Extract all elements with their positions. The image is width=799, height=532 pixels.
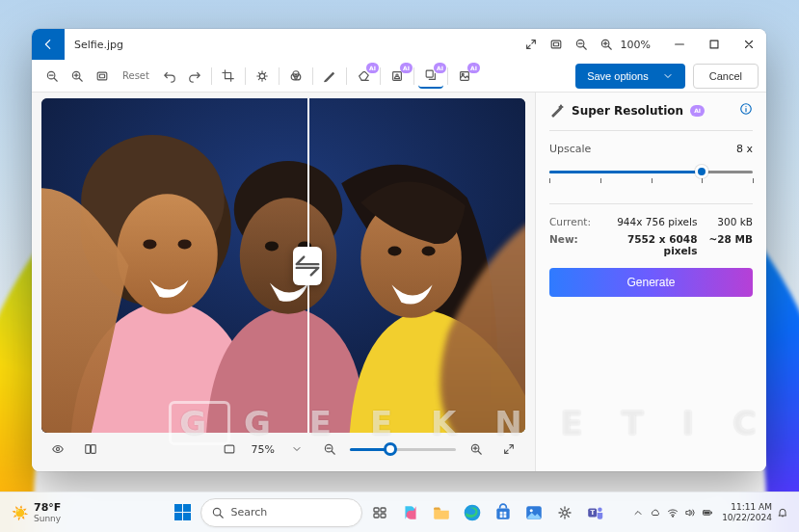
filter-tool[interactable]: [283, 64, 308, 89]
svg-rect-32: [86, 445, 91, 454]
svg-point-43: [464, 504, 480, 520]
cancel-button[interactable]: Cancel: [693, 64, 759, 89]
bottom-zoom-slider[interactable]: [350, 438, 456, 461]
upscale-label: Upscale: [549, 143, 591, 155]
expand-icon[interactable]: [519, 32, 544, 57]
undo-button[interactable]: [157, 64, 182, 89]
svg-rect-44: [496, 508, 509, 519]
teams-icon[interactable]: T: [582, 499, 609, 526]
compare-toggle-icon[interactable]: [78, 437, 103, 462]
weather-temp: 78°F: [34, 501, 61, 514]
svg-rect-1: [553, 42, 558, 46]
current-label: Current:: [549, 216, 591, 227]
taskbar: ☀️ 78°F Sunny Search T 11:11 AM 10/22/20…: [0, 492, 799, 532]
zoom-dropdown-icon[interactable]: [284, 437, 309, 462]
maximize-button[interactable]: [697, 29, 732, 60]
date: 10/22/2024: [722, 513, 772, 522]
svg-point-50: [529, 509, 532, 512]
back-button[interactable]: [32, 29, 65, 60]
svg-rect-57: [705, 511, 710, 514]
crop-tool[interactable]: [216, 64, 241, 89]
svg-rect-4: [710, 40, 718, 48]
image-canvas[interactable]: [41, 98, 525, 433]
photos-app-window: Selfie.jpg 100% Reset AI AI AI: [32, 29, 766, 471]
canvas-bottombar: 75%: [41, 433, 525, 466]
copilot-icon[interactable]: [397, 499, 424, 526]
upscale-slider[interactable]: [549, 163, 753, 192]
tray-chevron-icon[interactable]: [631, 506, 645, 519]
settings-icon[interactable]: [551, 499, 578, 526]
file-name: Selfie.jpg: [74, 39, 123, 51]
sun-icon: ☀️: [12, 505, 28, 520]
edit-toolbar: Reset AI AI AI AI Save options Cancel: [32, 60, 766, 93]
erase-tool[interactable]: AI: [351, 64, 376, 89]
edge-icon[interactable]: [459, 499, 486, 526]
time: 11:11 AM: [722, 502, 772, 512]
info-icon[interactable]: [739, 102, 753, 119]
weather-widget[interactable]: ☀️ 78°F Sunny: [0, 501, 152, 523]
current-size: 300 kB: [708, 216, 753, 227]
restyle-tool[interactable]: AI: [452, 64, 477, 89]
svg-point-9: [259, 73, 264, 78]
volume-icon[interactable]: [683, 506, 697, 519]
svg-rect-41: [374, 514, 379, 518]
svg-rect-34: [225, 445, 234, 453]
zoom-out-icon[interactable]: [569, 32, 594, 57]
background-tool[interactable]: AI: [385, 64, 410, 89]
titlebar-zoom-value: 100%: [621, 39, 651, 51]
wifi-icon[interactable]: [666, 506, 679, 519]
svg-point-54: [598, 507, 601, 511]
onedrive-icon[interactable]: [649, 506, 662, 519]
svg-rect-15: [426, 70, 433, 77]
search-box[interactable]: Search: [200, 498, 362, 527]
view-visibility-icon[interactable]: [45, 437, 70, 462]
upscale-value: 8 x: [736, 143, 753, 155]
search-placeholder: Search: [231, 506, 268, 519]
svg-rect-0: [551, 40, 561, 48]
markup-tool[interactable]: [317, 64, 342, 89]
save-options-button[interactable]: Save options: [575, 64, 685, 89]
start-button[interactable]: [170, 499, 197, 526]
svg-point-17: [462, 73, 464, 75]
wand-icon: [549, 103, 565, 119]
svg-rect-45: [499, 511, 502, 514]
new-dims: 7552 x 6048 pixels: [602, 233, 697, 256]
bottom-zoom-in-icon[interactable]: [464, 437, 489, 462]
zoom-in-tool[interactable]: [65, 64, 90, 89]
svg-rect-39: [374, 508, 379, 512]
notifications-icon[interactable]: [776, 506, 789, 519]
adjust-tool[interactable]: [250, 64, 275, 89]
compare-handle[interactable]: [293, 247, 322, 285]
zoom-out-tool[interactable]: [40, 64, 65, 89]
explorer-icon[interactable]: [428, 499, 455, 526]
svg-rect-47: [499, 515, 502, 518]
svg-point-55: [673, 516, 674, 517]
generate-button[interactable]: Generate: [549, 268, 753, 297]
svg-rect-33: [91, 445, 95, 454]
weather-cond: Sunny: [34, 514, 61, 523]
minimize-button[interactable]: [662, 29, 697, 60]
svg-rect-40: [381, 508, 386, 512]
bottom-zoom-out-icon[interactable]: [317, 437, 342, 462]
fit-tool[interactable]: [90, 64, 115, 89]
super-resolution-tool[interactable]: AI: [418, 64, 443, 89]
store-icon[interactable]: [490, 499, 517, 526]
svg-rect-8: [99, 74, 104, 78]
titlebar: Selfie.jpg 100%: [32, 29, 766, 60]
new-size: ~28 MB: [708, 233, 753, 256]
svg-rect-7: [97, 72, 107, 80]
reset-button[interactable]: Reset: [115, 64, 157, 89]
photos-app-icon[interactable]: [520, 499, 547, 526]
battery-icon[interactable]: [701, 506, 714, 519]
close-button[interactable]: [732, 29, 766, 60]
svg-point-26: [265, 241, 279, 251]
fullscreen-icon[interactable]: [496, 437, 521, 462]
panel-title: Super Resolution: [572, 104, 683, 118]
clock[interactable]: 11:11 AM 10/22/2024: [722, 502, 772, 522]
fit-window-icon[interactable]: [544, 32, 569, 57]
zoom-in-icon[interactable]: [594, 32, 619, 57]
fit-screen-icon[interactable]: [217, 437, 242, 462]
task-view-icon[interactable]: [366, 499, 393, 526]
redo-button[interactable]: [182, 64, 207, 89]
bottom-zoom-value: 75%: [252, 443, 275, 456]
